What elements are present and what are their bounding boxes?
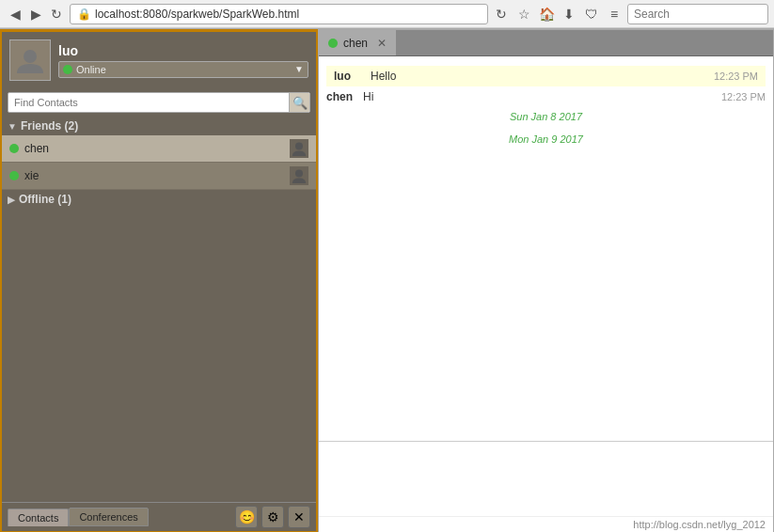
- chat-input[interactable]: [323, 446, 769, 511]
- shield-button[interactable]: 🛡: [582, 5, 601, 23]
- left-panel: luo Online ▼ 🔍 ▼ Friends (2): [0, 29, 318, 532]
- browser-chrome: ◀ ▶ ↻ 🔒 ↻ ☆ 🏠 ⬇ 🛡 ≡: [0, 0, 774, 29]
- emoticon-button[interactable]: 😊: [235, 506, 258, 528]
- search-bar[interactable]: [627, 4, 768, 24]
- offline-group-arrow: ▶: [8, 195, 15, 205]
- find-contacts-button[interactable]: 🔍: [289, 92, 309, 113]
- chat-tab-bar: chen ✕: [319, 30, 773, 56]
- group-header-friends[interactable]: ▼ Friends (2): [2, 117, 316, 135]
- url-input[interactable]: [95, 8, 482, 21]
- chat-tab-close-button[interactable]: ✕: [377, 37, 387, 50]
- friends-group-arrow: ▼: [8, 121, 17, 132]
- find-contacts-input[interactable]: [8, 95, 289, 110]
- status-dropdown-arrow: ▼: [294, 64, 304, 74]
- date-separator-jan9: Mon Jan 9 2017: [326, 128, 766, 150]
- chat-tab-name: chen: [343, 37, 368, 50]
- app-container: luo Online ▼ 🔍 ▼ Friends (2): [0, 29, 774, 532]
- chen-name: chen: [24, 142, 284, 155]
- chat-tab-chen[interactable]: chen ✕: [319, 30, 397, 55]
- find-contacts-bar[interactable]: 🔍: [8, 92, 310, 113]
- contact-item-xie[interactable]: xie: [2, 163, 316, 190]
- close-panel-button[interactable]: ✕: [288, 506, 310, 528]
- bottom-tab-bar: Contacts Conferences 😊 ⚙ ✕: [2, 502, 316, 531]
- user-info: luo Online ▼: [58, 43, 308, 78]
- address-bar[interactable]: 🔒: [70, 4, 488, 24]
- home-button[interactable]: 🏠: [537, 5, 556, 23]
- chen-avatar: [290, 139, 308, 158]
- xie-status-dot: [9, 171, 19, 180]
- message-row-luo-hello: luo Hello 12:23 PM: [326, 66, 766, 86]
- svg-point-1: [295, 143, 303, 150]
- menu-button[interactable]: ≡: [605, 5, 624, 23]
- offline-group-label: Offline (1): [19, 193, 71, 206]
- reload-button[interactable]: ↻: [47, 5, 66, 23]
- contacts-list: ▼ Friends (2) chen xie: [2, 117, 316, 502]
- back-button[interactable]: ◀: [6, 5, 24, 23]
- chen-status-dot: [9, 144, 19, 153]
- toolbar-icons: ☆ 🏠 ⬇ 🛡 ≡: [514, 5, 624, 23]
- xie-avatar: [290, 166, 308, 185]
- settings-button[interactable]: ⚙: [261, 506, 284, 528]
- messages-area: luo Hello 12:23 PM chen Hi 12:23 PM Sun …: [319, 56, 773, 441]
- chen-avatar-icon: [292, 141, 307, 156]
- xie-name: xie: [24, 169, 284, 182]
- msg-text-hi: Hi: [363, 90, 718, 103]
- msg-time-hi: 12:23 PM: [721, 91, 766, 102]
- user-header: luo Online ▼: [2, 32, 316, 88]
- status-dot: [63, 65, 72, 74]
- msg-sender-luo: luo: [334, 70, 367, 83]
- status-selector[interactable]: Online ▼: [58, 61, 308, 78]
- date-separator-jan8: Sun Jan 8 2017: [326, 105, 766, 128]
- user-name: luo: [58, 43, 308, 58]
- tab-contacts[interactable]: Contacts: [8, 509, 69, 526]
- download-button[interactable]: ⬇: [560, 5, 578, 23]
- friends-group-label: Friends (2): [21, 119, 78, 133]
- watermark-text: http://blog.csdn.net/lyg_2012: [633, 519, 766, 530]
- user-avatar: [9, 39, 51, 81]
- xie-avatar-icon: [292, 168, 307, 183]
- lock-icon: 🔒: [76, 7, 91, 22]
- svg-point-0: [24, 50, 37, 63]
- message-row-chen-hi: chen Hi 12:23 PM: [326, 88, 766, 105]
- status-text: Online: [76, 64, 291, 75]
- search-input[interactable]: [634, 8, 774, 21]
- bottom-action-buttons: 😊 ⚙ ✕: [235, 506, 310, 528]
- tab-conferences[interactable]: Conferences: [69, 508, 148, 526]
- user-avatar-icon: [15, 45, 45, 75]
- bookmark-star-button[interactable]: ☆: [514, 5, 533, 23]
- right-panel: chen ✕ luo Hello 12:23 PM chen Hi 12:23 …: [318, 29, 774, 532]
- forward-button[interactable]: ▶: [26, 5, 45, 23]
- chat-tab-dot: [328, 39, 338, 48]
- watermark: http://blog.csdn.net/lyg_2012: [319, 516, 773, 532]
- nav-buttons: ◀ ▶ ↻: [6, 5, 66, 23]
- browser-toolbar: ◀ ▶ ↻ 🔒 ↻ ☆ 🏠 ⬇ 🛡 ≡: [0, 0, 774, 28]
- group-header-offline[interactable]: ▶ Offline (1): [2, 190, 316, 209]
- msg-text-hello: Hello: [371, 70, 710, 83]
- refresh-button[interactable]: ↻: [492, 5, 511, 23]
- msg-sender-chen: chen: [326, 90, 359, 103]
- svg-point-2: [295, 170, 303, 178]
- msg-time-hello: 12:23 PM: [714, 70, 758, 82]
- input-area[interactable]: [319, 441, 773, 516]
- contact-item-chen[interactable]: chen: [2, 135, 316, 163]
